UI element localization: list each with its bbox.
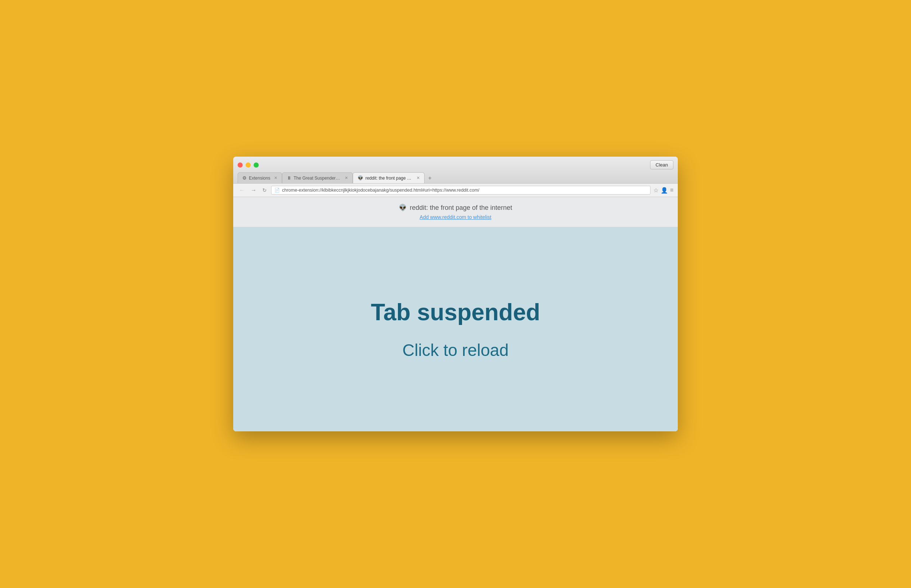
url-page-icon: 📄 <box>275 187 280 193</box>
reddit-tab-label: reddit: the front page of th… <box>365 176 413 181</box>
whitelist-link[interactable]: Add www.reddit.com to whitelist <box>420 214 491 220</box>
tab-great-suspender[interactable]: ⏸ The Great Suspender - Ch… ✕ <box>282 172 353 183</box>
reddit-tab-close[interactable]: ✕ <box>417 176 420 180</box>
tab-reddit[interactable]: 👽 reddit: the front page of th… ✕ <box>353 172 425 183</box>
maximize-button[interactable] <box>254 163 259 168</box>
great-suspender-tab-icon: ⏸ <box>287 175 292 181</box>
url-text: chrome-extension://klbibkeccnjlkjkiokjod… <box>282 187 480 193</box>
page-header: 👽 reddit: the front page of the internet… <box>233 197 678 227</box>
tabs-row: ⚙ Extensions ✕ ⏸ The Great Suspender - C… <box>237 172 674 183</box>
suspended-subtitle: Click to reload <box>402 340 508 360</box>
reddit-tab-icon: 👽 <box>357 175 363 181</box>
great-suspender-tab-close[interactable]: ✕ <box>345 176 348 180</box>
back-button[interactable]: ← <box>237 186 246 194</box>
star-icon[interactable]: ☆ <box>653 187 659 194</box>
browser-window: Clean ⚙ Extensions ✕ ⏸ The Great Suspend… <box>233 157 678 431</box>
close-button[interactable] <box>237 163 243 168</box>
url-bar[interactable]: 📄 chrome-extension://klbibkeccnjlkjkiokj… <box>271 186 651 195</box>
new-tab-button[interactable]: + <box>425 173 436 183</box>
reload-button[interactable]: ↻ <box>261 187 268 194</box>
title-bar: Clean ⚙ Extensions ✕ ⏸ The Great Suspend… <box>233 157 678 184</box>
site-title-text: reddit: the front page of the internet <box>410 204 512 212</box>
address-bar: ← → ↻ 📄 chrome-extension://klbibkeccnjlk… <box>233 184 678 197</box>
clean-button[interactable]: Clean <box>650 160 674 170</box>
menu-icon[interactable]: ≡ <box>670 187 674 194</box>
profile-icon[interactable]: 👤 <box>661 187 668 194</box>
great-suspender-tab-label: The Great Suspender - Ch… <box>294 176 341 181</box>
extensions-tab-icon: ⚙ <box>242 175 247 181</box>
forward-button[interactable]: → <box>249 186 258 194</box>
address-bar-actions: ☆ 👤 ≡ <box>653 187 674 194</box>
site-icon: 👽 <box>399 204 407 212</box>
tab-extensions[interactable]: ⚙ Extensions ✕ <box>237 172 282 183</box>
suspended-title: Tab suspended <box>371 299 540 326</box>
extensions-tab-label: Extensions <box>249 176 270 181</box>
minimize-button[interactable] <box>246 163 251 168</box>
window-controls <box>237 163 259 168</box>
suspended-content[interactable]: Tab suspended Click to reload <box>233 227 678 431</box>
site-title-row: 👽 reddit: the front page of the internet <box>241 204 670 212</box>
extensions-tab-close[interactable]: ✕ <box>274 176 277 180</box>
